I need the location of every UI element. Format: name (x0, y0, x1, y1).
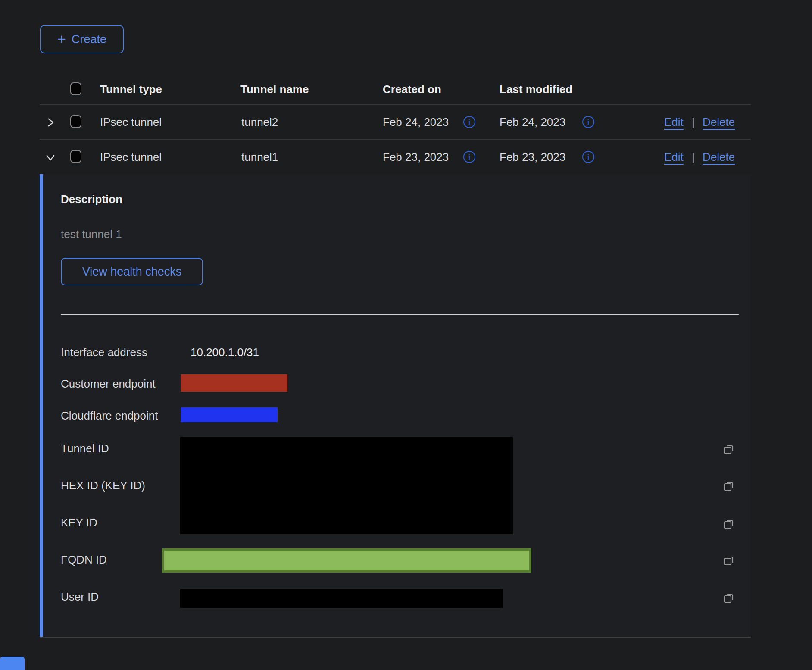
ids-redacted-value (180, 437, 513, 534)
row-checkbox[interactable] (70, 115, 81, 128)
cell-tunnel-type: IPsec tunnel (100, 116, 162, 129)
cell-last-modified: Feb 23, 2023 (500, 150, 565, 164)
copy-icon[interactable] (722, 517, 735, 530)
offscreen-element-fragment (0, 657, 25, 670)
chevron-right-icon[interactable] (44, 116, 57, 131)
row-checkbox[interactable] (70, 150, 81, 163)
column-header-tunnel-name: Tunnel name (240, 83, 309, 96)
section-divider (61, 314, 739, 315)
create-button[interactable]: + Create (40, 25, 124, 53)
interface-address-label: Interface address (61, 346, 147, 359)
column-header-created-on: Created on (383, 83, 441, 96)
edit-link[interactable]: Edit (664, 150, 684, 164)
copy-icon[interactable] (722, 479, 735, 492)
row-divider (40, 139, 751, 140)
header-divider (40, 104, 751, 105)
fqdn-id-redacted-value (162, 548, 531, 573)
view-health-checks-label: View health checks (82, 265, 182, 279)
panel-bottom-divider (40, 637, 751, 638)
description-label: Description (61, 193, 122, 206)
hex-id-label: HEX ID (KEY ID) (61, 479, 145, 492)
delete-link[interactable]: Delete (703, 150, 735, 164)
cell-created-on: Feb 24, 2023 (383, 116, 449, 129)
cloudflare-endpoint-label: Cloudflare endpoint (61, 409, 158, 423)
customer-endpoint-redacted-value (181, 374, 287, 392)
cell-created-on: Feb 23, 2023 (383, 150, 449, 164)
cloudflare-endpoint-redacted-value (181, 407, 278, 422)
customer-endpoint-label: Customer endpoint (61, 377, 156, 391)
cell-tunnel-type: IPsec tunnel (100, 150, 162, 164)
action-separator: | (692, 150, 695, 164)
tunnel-detail-panel: Description test tunnel 1 View health ch… (40, 174, 751, 637)
copy-icon[interactable] (722, 442, 735, 455)
view-health-checks-button[interactable]: View health checks (61, 258, 203, 285)
tunnel-id-label: Tunnel ID (61, 442, 109, 455)
info-icon[interactable]: i (463, 151, 475, 163)
cell-tunnel-name: tunnel1 (241, 150, 278, 164)
action-separator: | (692, 116, 695, 129)
info-icon[interactable]: i (582, 116, 594, 128)
chevron-down-icon[interactable] (44, 151, 57, 166)
column-header-last-modified: Last modified (500, 83, 572, 96)
copy-icon[interactable] (722, 591, 735, 604)
interface-address-value: 10.200.1.0/31 (191, 346, 259, 359)
plus-icon: + (57, 31, 66, 46)
fqdn-id-label: FQDN ID (61, 553, 107, 567)
key-id-label: KEY ID (61, 516, 97, 529)
column-header-tunnel-type: Tunnel type (100, 83, 162, 96)
delete-link[interactable]: Delete (703, 116, 735, 129)
cell-last-modified: Feb 24, 2023 (500, 116, 565, 129)
user-id-label: User ID (61, 590, 99, 604)
description-value: test tunnel 1 (61, 228, 122, 241)
user-id-redacted-value (180, 589, 503, 608)
create-button-label: Create (72, 33, 106, 46)
cell-tunnel-name: tunnel2 (241, 116, 278, 129)
ipsec-tunnels-page: + Create Tunnel type Tunnel name Created… (0, 0, 812, 670)
select-all-checkbox[interactable] (70, 82, 81, 95)
info-icon[interactable]: i (463, 116, 475, 128)
info-icon[interactable]: i (582, 151, 594, 163)
edit-link[interactable]: Edit (664, 116, 684, 129)
copy-icon[interactable] (722, 554, 735, 567)
